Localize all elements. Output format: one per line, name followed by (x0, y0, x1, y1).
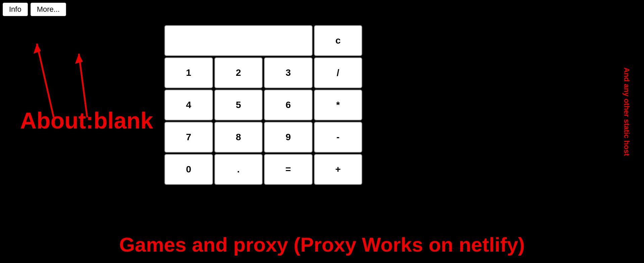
info-button[interactable]: Info (3, 3, 28, 16)
calculator: c 1 2 3 / 4 5 6 * 7 8 9 - 0 . = + (164, 25, 362, 185)
calc-btn-4[interactable]: 4 (164, 90, 213, 120)
calc-btn-1[interactable]: 1 (164, 57, 213, 88)
about-blank-label: About:blank (20, 107, 153, 134)
calc-btn-c[interactable]: c (314, 25, 363, 56)
calc-display (164, 25, 313, 56)
svg-line-0 (37, 44, 54, 117)
calc-btn-9[interactable]: 9 (264, 122, 313, 153)
calc-grid: c 1 2 3 / 4 5 6 * 7 8 9 - 0 . = + (164, 25, 362, 185)
calc-btn-dot[interactable]: . (214, 154, 263, 185)
calc-btn-divide[interactable]: / (314, 57, 363, 88)
calc-btn-2[interactable]: 2 (214, 57, 263, 88)
calc-btn-0[interactable]: 0 (164, 154, 213, 185)
calc-btn-equals[interactable]: = (264, 154, 313, 185)
calc-btn-plus[interactable]: + (314, 154, 363, 185)
bottom-text: Games and proxy (Proxy Works on netlify) (0, 233, 644, 256)
calc-btn-3[interactable]: 3 (264, 57, 313, 88)
top-buttons: Info More... (3, 3, 66, 16)
calc-btn-multiply[interactable]: * (314, 90, 363, 120)
more-button[interactable]: More... (31, 3, 66, 16)
calc-btn-minus[interactable]: - (314, 122, 363, 153)
calc-btn-6[interactable]: 6 (264, 90, 313, 120)
svg-marker-1 (34, 44, 41, 54)
calc-btn-8[interactable]: 8 (214, 122, 263, 153)
side-text: And any other static host (622, 67, 631, 156)
calc-btn-5[interactable]: 5 (214, 90, 263, 120)
svg-marker-3 (75, 54, 83, 64)
calc-btn-7[interactable]: 7 (164, 122, 213, 153)
